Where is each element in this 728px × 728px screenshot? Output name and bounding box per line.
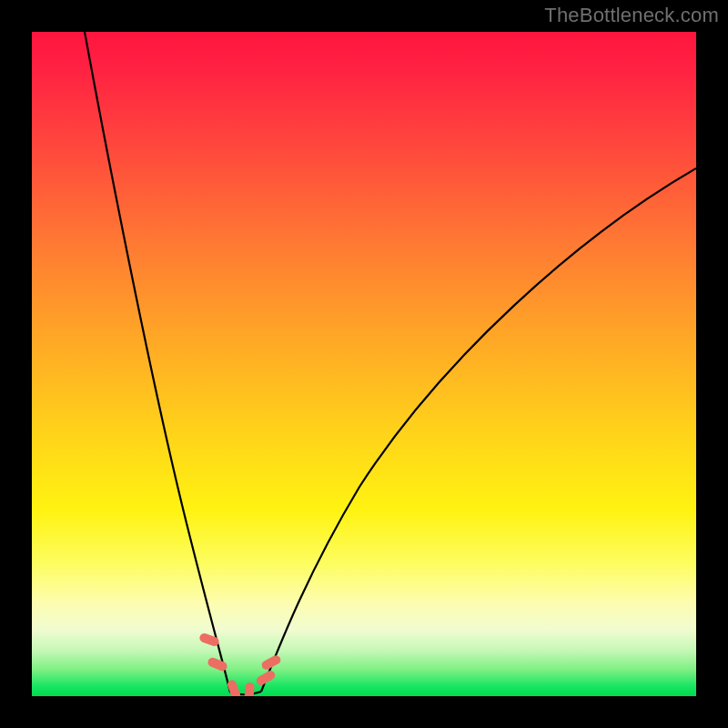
- plot-area: [32, 32, 696, 696]
- curve-marker: [207, 656, 228, 672]
- curve-right-branch: [261, 168, 696, 692]
- curve-marker: [244, 682, 255, 696]
- curve-marker: [198, 632, 220, 648]
- chart-frame: TheBottleneck.com: [0, 0, 728, 728]
- curve-marker: [255, 669, 277, 687]
- attribution-label: TheBottleneck.com: [544, 4, 719, 27]
- curve-layer: [32, 32, 696, 696]
- marker-group: [198, 632, 282, 696]
- curve-left-branch: [85, 32, 230, 693]
